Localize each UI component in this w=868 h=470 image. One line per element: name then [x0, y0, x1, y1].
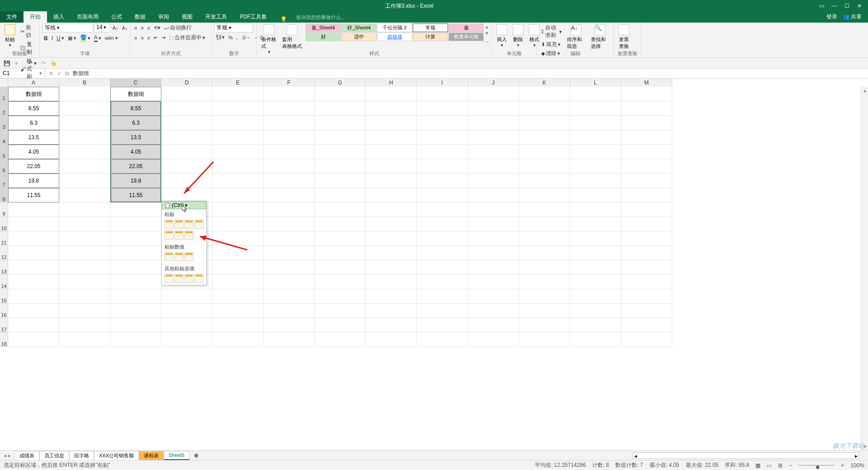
cell[interactable] — [212, 145, 264, 159]
cell[interactable] — [519, 260, 570, 275]
style-cell[interactable]: 计算 — [413, 33, 448, 41]
paste-formulas-number-icon[interactable] — [184, 220, 193, 229]
cell[interactable] — [468, 174, 519, 188]
paste-formulas-icon[interactable] — [175, 220, 184, 229]
cell[interactable] — [570, 231, 621, 246]
scroll-up-icon[interactable]: ▴ — [861, 87, 868, 94]
row-header[interactable]: 8 — [0, 188, 8, 202]
sheet-tab[interactable]: 田字格 — [69, 451, 94, 460]
cell[interactable] — [110, 202, 161, 217]
cell[interactable] — [417, 145, 468, 159]
cell[interactable] — [417, 304, 468, 318]
cell-value[interactable]: 19.8 — [8, 174, 59, 188]
cell[interactable] — [315, 217, 366, 231]
cell[interactable] — [570, 304, 621, 318]
cell[interactable] — [519, 145, 570, 159]
paste-values-number-icon[interactable] — [175, 252, 184, 261]
cell[interactable] — [621, 116, 672, 130]
sheet-tab[interactable]: 员工信息 — [39, 451, 69, 460]
cell[interactable] — [417, 333, 468, 347]
cell[interactable] — [417, 101, 468, 116]
cell[interactable] — [59, 231, 110, 246]
column-header[interactable]: G — [315, 79, 366, 87]
style-cell[interactable]: 检查单元格 — [448, 33, 484, 41]
cell[interactable] — [264, 333, 315, 347]
sheet-tab[interactable]: 课程表 — [139, 451, 164, 460]
cell[interactable] — [570, 289, 621, 304]
row-header[interactable]: 16 — [0, 304, 8, 318]
cell[interactable] — [366, 145, 417, 159]
cell[interactable] — [519, 130, 570, 145]
cell[interactable] — [110, 217, 161, 231]
cell[interactable] — [366, 159, 417, 174]
pinyin-button[interactable]: wén ▾ — [104, 35, 119, 42]
cell[interactable] — [59, 217, 110, 231]
gallery-more-icon[interactable]: ⎯ — [486, 36, 489, 42]
cell[interactable] — [417, 318, 468, 333]
cell[interactable] — [8, 246, 59, 260]
cell[interactable] — [212, 101, 264, 116]
row-header[interactable]: 5 — [0, 145, 8, 159]
row-header[interactable]: 12 — [0, 246, 8, 260]
cell[interactable] — [468, 217, 519, 231]
cell[interactable] — [315, 130, 366, 145]
cell[interactable] — [621, 87, 672, 101]
row-header[interactable]: 9 — [0, 202, 8, 217]
cell[interactable] — [110, 318, 161, 333]
tab-home[interactable]: 开始 — [24, 11, 47, 23]
cell[interactable] — [417, 202, 468, 217]
cell[interactable] — [264, 304, 315, 318]
ribbon-options-icon[interactable]: ▭ — [818, 3, 825, 9]
cell[interactable] — [417, 159, 468, 174]
cell[interactable] — [570, 130, 621, 145]
cell[interactable] — [570, 116, 621, 130]
style-cell[interactable]: 适中 — [341, 33, 377, 41]
sheet-nav-first-icon[interactable]: ◂ — [4, 452, 6, 459]
cell[interactable] — [366, 333, 417, 347]
insert-cells-button[interactable]: 插入▾ — [495, 24, 509, 48]
enter-icon[interactable]: ✓ — [57, 70, 61, 77]
cell-value[interactable]: 8.55 — [8, 101, 59, 116]
column-header[interactable]: E — [212, 79, 264, 87]
sort-filter-button[interactable]: A↓排序和筛选 — [565, 24, 587, 51]
wrap-text-button[interactable]: ⮐ 自动换行 — [163, 24, 193, 32]
cell-value[interactable]: 11.55 — [110, 188, 161, 202]
cell[interactable] — [519, 188, 570, 202]
cell[interactable] — [519, 304, 570, 318]
percent-button[interactable]: % — [227, 34, 234, 41]
cell[interactable] — [366, 231, 417, 246]
cell[interactable] — [8, 304, 59, 318]
paste-values-icon[interactable] — [165, 252, 174, 261]
row-header[interactable]: 1 — [0, 87, 8, 101]
cell[interactable] — [315, 101, 366, 116]
font-size-select[interactable]: 14 ▾ — [94, 24, 110, 33]
cell[interactable] — [110, 275, 161, 289]
cell[interactable] — [315, 188, 366, 202]
cell[interactable] — [315, 174, 366, 188]
cell[interactable] — [468, 87, 519, 101]
cell[interactable] — [8, 333, 59, 347]
paste-no-border-icon[interactable] — [165, 230, 174, 240]
cell[interactable] — [212, 304, 264, 318]
new-sheet-button[interactable]: ⊕ — [189, 452, 203, 459]
cell[interactable] — [264, 116, 315, 130]
cell[interactable] — [519, 231, 570, 246]
table-format-button[interactable]: 套用 表格格式 — [280, 24, 304, 51]
cell[interactable] — [212, 174, 264, 188]
cell[interactable] — [59, 159, 110, 174]
cell[interactable] — [366, 130, 417, 145]
cell[interactable] — [110, 304, 161, 318]
cell[interactable] — [468, 246, 519, 260]
cell[interactable] — [212, 217, 264, 231]
cell[interactable] — [161, 145, 212, 159]
cell[interactable] — [621, 333, 672, 347]
cell[interactable] — [366, 188, 417, 202]
row-header[interactable]: 18 — [0, 333, 8, 347]
cell[interactable] — [59, 246, 110, 260]
style-cell[interactable]: 常规 — [413, 24, 448, 32]
cell[interactable] — [366, 289, 417, 304]
cell[interactable] — [519, 87, 570, 101]
cell[interactable] — [417, 289, 468, 304]
cell[interactable] — [264, 202, 315, 217]
redo-icon[interactable]: ↷ — [41, 60, 46, 66]
